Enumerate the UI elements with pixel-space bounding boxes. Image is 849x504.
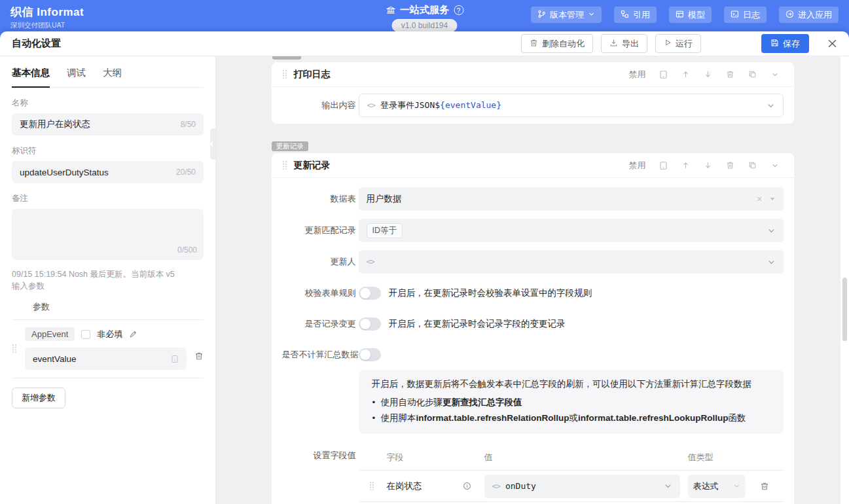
disable-action[interactable]: 禁用: [629, 160, 646, 171]
model-button[interactable]: 模型: [669, 7, 712, 23]
table-icon: [676, 10, 684, 20]
delete-param-icon[interactable]: [187, 327, 204, 370]
move-down-icon[interactable]: [697, 70, 719, 79]
chevron-down-icon: [767, 101, 775, 110]
tab-debug[interactable]: 调试: [67, 67, 86, 79]
terminal-icon: [731, 10, 739, 20]
move-down-icon[interactable]: [697, 161, 719, 170]
col-type: 值类型: [688, 452, 746, 463]
value-type: 表达式: [693, 480, 719, 492]
output-variable: {eventValue}: [440, 100, 501, 110]
params-title: 参数: [33, 301, 204, 313]
topbar-actions: 版本管理 引用 模型 日志 进入应用: [531, 7, 839, 23]
log-button[interactable]: 日志: [724, 7, 767, 23]
version-mgmt-button[interactable]: 版本管理: [531, 7, 602, 23]
validate-rules-desc: 开启后，在更新记录时会校验表单设置中的字段规则: [389, 287, 592, 299]
col-field: 字段: [387, 452, 484, 463]
collapse-chevron-icon[interactable]: [764, 162, 786, 170]
copy-icon[interactable]: [742, 70, 764, 79]
trash-icon[interactable]: [719, 161, 742, 170]
delete-row-icon[interactable]: [746, 482, 784, 491]
output-content-input[interactable]: <> 登录事件JSON${eventValue}: [359, 94, 784, 117]
value-type-select[interactable]: 表达式: [688, 475, 746, 498]
identifier-input[interactable]: updateUserDutyStatus 20/50: [12, 161, 204, 183]
chevron-down-icon: [588, 10, 595, 20]
move-up-icon[interactable]: [675, 70, 697, 79]
disable-action[interactable]: 禁用: [629, 69, 646, 81]
drag-handle[interactable]: [12, 327, 25, 370]
automation-settings-modal: 自动化设置 删除自动化 导出 运行 保存: [0, 31, 849, 504]
caret-down-icon: [769, 196, 776, 202]
save-button[interactable]: 保存: [761, 34, 809, 53]
export-button[interactable]: 导出: [601, 34, 647, 53]
datatable-select[interactable]: 用户数据 ×: [359, 187, 784, 211]
meta-line1: 09/15 15:19:54 Nosh 最后更新。当前版本 v5: [12, 268, 204, 280]
logo-subtitle: 深圳交付团队UAT: [10, 21, 84, 30]
set-fields-header: 字段 值 值类型: [359, 450, 784, 471]
info-icon[interactable]: [463, 482, 471, 490]
bank-icon: [386, 5, 395, 15]
validate-rules-toggle[interactable]: [359, 287, 381, 300]
tab-basic-info[interactable]: 基本信息: [12, 67, 50, 79]
meta-line2: 输入参数: [12, 280, 204, 292]
version-badge: v1.0 build194: [392, 19, 457, 32]
param-row: AppEvent 非必填 eventValue: [12, 320, 204, 378]
enter-circle-icon: [786, 10, 794, 20]
record-change-toggle[interactable]: [359, 317, 381, 331]
step-card-update-record: 更新记录 禁用 数据表: [272, 153, 794, 504]
modal-title: 自动化设置: [12, 37, 61, 50]
remark-textarea[interactable]: 0/500: [12, 209, 204, 260]
run-button[interactable]: 运行: [655, 34, 701, 53]
drag-handle[interactable]: [282, 160, 287, 170]
add-param-button[interactable]: 新增参数: [12, 387, 65, 408]
code-icon: <>: [367, 101, 375, 110]
modal-body: 基本信息 调试 大纲 名称 更新用户在岗状态 8/50 标识符 updateUs…: [0, 56, 849, 504]
sidebar-collapse-handle[interactable]: [210, 128, 217, 160]
rollup-info-bullet-2: 使用脚本informat.table.refreshRelationRollup…: [372, 410, 770, 426]
edit-pencil-icon[interactable]: [129, 330, 137, 338]
steps-scroll-area: 打印日志 禁用 输出内容: [216, 56, 849, 504]
identifier-value: updateUserDutyStatus: [20, 168, 171, 177]
param-value-input[interactable]: eventValue: [25, 348, 187, 370]
delete-automation-label: 删除自动化: [542, 38, 585, 50]
export-label: 导出: [622, 38, 639, 50]
chevron-down-icon: [733, 482, 740, 490]
sidebar-tabs: 基本信息 调试 大纲: [12, 67, 204, 88]
delete-automation-button[interactable]: 删除自动化: [521, 34, 593, 53]
optional-label: 非必填: [97, 329, 122, 340]
name-label: 名称: [12, 98, 204, 109]
record-change-desc: 开启后，在更新记录时会记录字段的变更记录: [389, 318, 566, 330]
drag-handle[interactable]: [359, 481, 387, 491]
collapse-chevron-icon[interactable]: [764, 71, 786, 79]
step-title: 打印日志: [294, 69, 331, 81]
clear-icon[interactable]: ×: [757, 194, 762, 204]
optional-checkbox[interactable]: [81, 330, 90, 339]
name-input[interactable]: 更新用户在岗状态 8/50: [12, 113, 204, 135]
param-value: eventValue: [33, 354, 166, 364]
field-value-select[interactable]: <> onDuty: [484, 475, 680, 498]
match-record-select[interactable]: ID等于: [359, 219, 784, 242]
drag-handle[interactable]: [282, 69, 287, 79]
scrollbar-thumb[interactable]: [842, 278, 847, 341]
note-icon[interactable]: [653, 161, 675, 170]
step-tag-clipped: [272, 56, 301, 60]
updater-select[interactable]: <>: [359, 250, 784, 274]
copy-icon[interactable]: [742, 161, 764, 170]
step-tag-row: 更新记录: [272, 139, 794, 151]
chevron-down-icon: [767, 226, 776, 235]
enter-app-button[interactable]: 进入应用: [779, 7, 839, 23]
help-icon[interactable]: ?: [454, 5, 463, 15]
reference-button[interactable]: 引用: [614, 7, 657, 23]
tab-outline[interactable]: 大纲: [103, 67, 122, 79]
close-icon[interactable]: [827, 39, 837, 48]
param-name-chip: AppEvent: [25, 327, 75, 341]
identifier-label: 标识符: [12, 145, 204, 156]
string-type-icon: [171, 355, 179, 363]
trash-icon[interactable]: [719, 70, 742, 79]
note-icon[interactable]: [653, 70, 675, 79]
step-header: 更新记录 禁用: [272, 153, 794, 178]
move-up-icon[interactable]: [675, 161, 697, 170]
skip-rollup-toggle[interactable]: [359, 348, 381, 361]
record-change-label: 是否记录变更: [282, 318, 356, 330]
validate-rules-label: 校验表单规则: [282, 287, 356, 299]
